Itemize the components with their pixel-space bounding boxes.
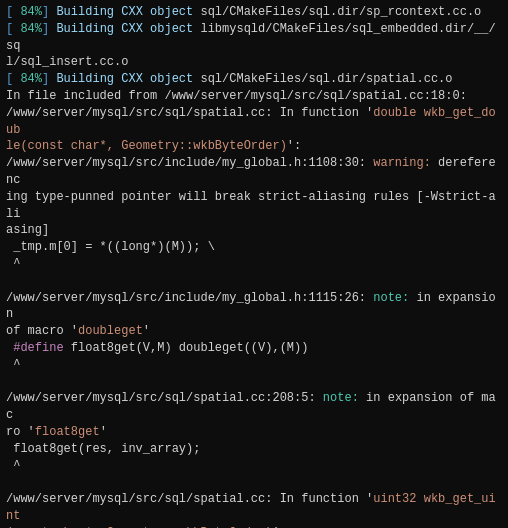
terminal-line: /www/server/mysql/src/sql/spatial.cc:208…	[6, 390, 502, 440]
terminal-line: /www/server/mysql/src/include/my_global.…	[6, 155, 502, 239]
terminal-line: In file included from /www/server/mysql/…	[6, 88, 502, 105]
terminal-line: /www/server/mysql/src/sql/spatial.cc: In…	[6, 105, 502, 155]
terminal-line: #define float8get(V,M) doubleget((V),(M)…	[6, 340, 502, 357]
terminal-line: /www/server/mysql/src/sql/spatial.cc: In…	[6, 491, 502, 528]
terminal-line: float8get(res, inv_array);	[6, 441, 502, 458]
terminal-line: [ 84%] Building CXX object sql/CMakeFile…	[6, 71, 502, 88]
terminal-line: _tmp.m[0] = *((long*)(M)); \	[6, 239, 502, 256]
terminal-line: ^	[6, 357, 502, 374]
terminal-line: [ 84%] Building CXX object sql/CMakeFile…	[6, 4, 502, 21]
terminal-line	[6, 474, 502, 491]
terminal-line: /www/server/mysql/src/include/my_global.…	[6, 290, 502, 340]
terminal-line: [ 84%] Building CXX object libmysqld/CMa…	[6, 21, 502, 71]
terminal-line: ^	[6, 256, 502, 273]
terminal-window: [ 84%] Building CXX object sql/CMakeFile…	[0, 0, 508, 528]
terminal-line: ^	[6, 458, 502, 475]
terminal-line	[6, 273, 502, 290]
terminal-line	[6, 374, 502, 391]
